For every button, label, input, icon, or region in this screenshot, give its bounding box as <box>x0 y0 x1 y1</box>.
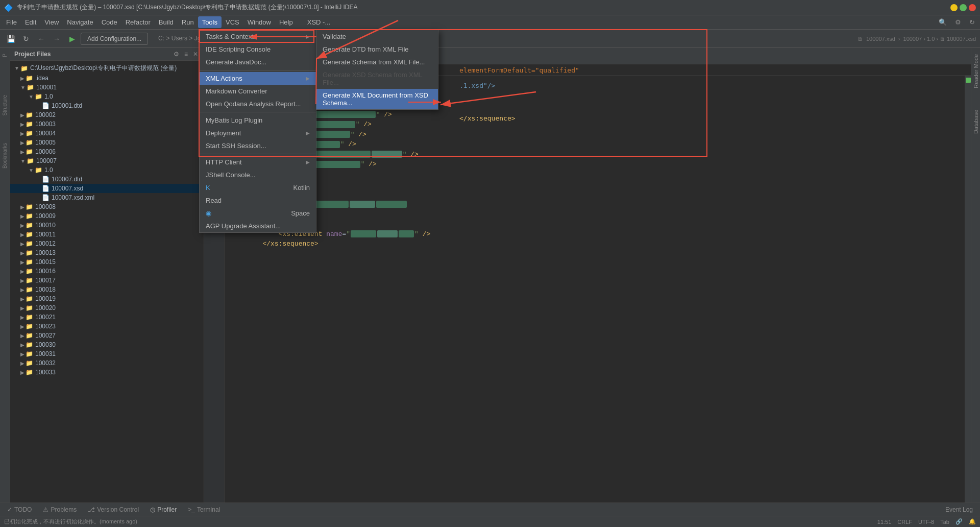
project-icon-close[interactable]: ✕ <box>191 50 200 58</box>
menu-refactor[interactable]: Refactor <box>121 16 155 28</box>
tools-menu-http[interactable]: HTTP Client ▶ <box>200 156 316 169</box>
tree-100001-1[interactable]: ▼ 📁 1.0 <box>10 92 204 101</box>
tools-menu-space[interactable]: ◉ Space <box>200 207 316 220</box>
maximize-button[interactable] <box>960 4 967 11</box>
notification-icon[interactable]: 🔔 <box>969 518 976 525</box>
xml-actions-submenu: Validate Generate DTD from XML File Gene… <box>316 30 438 110</box>
save-all-button[interactable]: 💾 <box>4 32 17 45</box>
project-header: Project Files ⚙ ≡ ✕ <box>10 48 204 61</box>
menu-file[interactable]: File <box>2 16 21 28</box>
tree-idea[interactable]: ▶ 📁 .idea <box>10 74 204 83</box>
tree-100023[interactable]: ▶📁100023 <box>10 322 204 331</box>
xml-gen-schema[interactable]: Generate Schema from XML File... <box>316 56 438 68</box>
tools-menu-markdown[interactable]: Markdown Converter <box>200 85 316 98</box>
tools-menu-javadoc[interactable]: Generate JavaDoc... <box>200 56 316 68</box>
tree-100009[interactable]: ▶📁100009 <box>10 211 204 221</box>
xml-gen-document[interactable]: Generate XML Document from XSD Schema... <box>316 89 438 109</box>
tree-100002[interactable]: ▶📁100002 <box>10 110 204 119</box>
tree-100007-dtd[interactable]: ▶ 📄 100007.dtd <box>10 175 204 184</box>
database-tab[interactable]: Database <box>972 108 980 136</box>
reader-mode-tab[interactable]: Reader Mode <box>972 52 980 90</box>
status-encoding[interactable]: UTF-8 <box>918 519 934 525</box>
menu-run[interactable]: Run <box>178 16 198 28</box>
tools-menu-kotlin[interactable]: K Kotlin <box>200 181 316 194</box>
menu-vcs[interactable]: VCS <box>222 16 243 28</box>
tools-menu-jshell[interactable]: JShell Console... <box>200 169 316 181</box>
tree-100012[interactable]: ▶📁100012 <box>10 239 204 248</box>
tree-100005[interactable]: ▶📁100005 <box>10 138 204 147</box>
error-indicator <box>966 78 971 83</box>
tree-100008[interactable]: ▶📁100008 <box>10 202 204 211</box>
tree-100007-1[interactable]: ▼ 📁 1.0 <box>10 165 204 175</box>
bottom-tab-event-log[interactable]: Event Log <box>940 505 978 515</box>
tools-menu-ide-console[interactable]: IDE Scripting Console <box>200 43 316 56</box>
tools-menu-read[interactable]: Read <box>200 194 316 207</box>
tree-100007-xsd-xml[interactable]: ▶ 📄 100007.xsd.xml <box>10 193 204 202</box>
bottom-tab-terminal[interactable]: >_ Terminal <box>183 505 225 515</box>
tree-100001[interactable]: ▼ 📁 100001 <box>10 83 204 92</box>
tools-menu-qodana[interactable]: Open Qodana Analysis Report... <box>200 98 316 110</box>
tree-100017[interactable]: ▶📁100017 <box>10 276 204 285</box>
tree-100020[interactable]: ▶📁100020 <box>10 303 204 313</box>
tree-100003[interactable]: ▶📁100003 <box>10 119 204 129</box>
menu-xsd[interactable]: XSD -... <box>303 16 335 28</box>
tree-100001-dtd[interactable]: ▶ 📄 100001.dtd <box>10 101 204 110</box>
menu-view[interactable]: View <box>40 16 63 28</box>
xml-validate[interactable]: Validate <box>316 30 438 43</box>
add-configuration-button[interactable]: Add Configuration... <box>81 33 148 45</box>
tree-100033[interactable]: ▶📁100033 <box>10 368 204 377</box>
tree-100031[interactable]: ▶📁100031 <box>10 349 204 358</box>
tools-menu-ssh[interactable]: Start SSH Session... <box>200 139 316 152</box>
tree-100006[interactable]: ▶📁100006 <box>10 147 204 156</box>
status-crlf[interactable]: CRLF <box>897 519 912 525</box>
menu-navigate[interactable]: Navigate <box>63 16 97 28</box>
menu-edit[interactable]: Edit <box>21 16 40 28</box>
bottom-tab-todo[interactable]: ✓ TODO <box>2 505 37 515</box>
settings-icon[interactable]: ⚙ <box>952 17 964 27</box>
tools-menu-xml-actions[interactable]: XML Actions ▶ <box>200 72 316 85</box>
tree-100011[interactable]: ▶📁100011 <box>10 230 204 239</box>
search-icon[interactable]: 🔍 <box>936 17 950 27</box>
structure-panel-icon[interactable]: Structure <box>2 93 8 117</box>
menu-tools[interactable]: Tools <box>198 16 222 28</box>
tree-100013[interactable]: ▶📁100013 <box>10 248 204 257</box>
tree-100027[interactable]: ▶📁100027 <box>10 331 204 340</box>
close-button[interactable] <box>969 4 976 11</box>
bottom-tab-version-control[interactable]: ⎇ Version Control <box>83 505 144 515</box>
bookmarks-panel-icon[interactable]: Bookmarks <box>2 141 8 170</box>
tree-100010[interactable]: ▶📁100010 <box>10 221 204 230</box>
project-icon-collapse[interactable]: ≡ <box>183 50 189 58</box>
menu-help[interactable]: Help <box>275 16 297 28</box>
project-icon-gear[interactable]: ⚙ <box>172 50 181 58</box>
tree-100030[interactable]: ▶📁100030 <box>10 340 204 349</box>
status-indent[interactable]: Tab <box>940 519 949 525</box>
run-button[interactable]: ▶ <box>65 32 79 45</box>
tools-menu-tasks[interactable]: Tasks & Contexts ▶ <box>200 30 316 43</box>
tree-100018[interactable]: ▶📁100018 <box>10 285 204 294</box>
back-button[interactable]: ← <box>35 32 48 45</box>
update-icon[interactable]: ↻ <box>966 17 978 27</box>
tree-100015[interactable]: ▶📁100015 <box>10 257 204 267</box>
xml-gen-dtd[interactable]: Generate DTD from XML File <box>316 43 438 56</box>
sync-button[interactable]: ↻ <box>19 32 33 45</box>
minimize-button[interactable] <box>950 4 958 11</box>
tree-100032[interactable]: ▶📁100032 <box>10 358 204 368</box>
tree-root[interactable]: ▼ 📁 C:\Users\Jgybz\Desktop\专利电子申请数据规范 (全… <box>10 63 204 74</box>
bottom-tab-profiler[interactable]: ◷ Profiler <box>145 505 182 515</box>
tree-100021[interactable]: ▶📁100021 <box>10 313 204 322</box>
menu-window[interactable]: Window <box>243 16 275 28</box>
project-panel-icon[interactable]: P <box>2 52 8 59</box>
tools-menu-agp[interactable]: AGP Upgrade Assistant... <box>200 220 316 232</box>
tree-100007-xsd[interactable]: ▶ 📄 100007.xsd <box>10 184 204 193</box>
tree-100019[interactable]: ▶📁100019 <box>10 294 204 303</box>
forward-button[interactable]: → <box>50 32 63 45</box>
tree-100016[interactable]: ▶📁100016 <box>10 267 204 276</box>
tree-100007[interactable]: ▼ 📁 100007 <box>10 156 204 165</box>
code-editor[interactable]: <xs:element ref=" " /> <xs:element ref="… <box>225 76 971 502</box>
menu-build[interactable]: Build <box>155 16 178 28</box>
tools-menu-deployment[interactable]: Deployment ▶ <box>200 127 316 139</box>
menu-code[interactable]: Code <box>97 16 121 28</box>
bottom-tab-problems[interactable]: ⚠ Problems <box>38 505 82 515</box>
tools-menu-mybatis[interactable]: MyBatis Log Plugin <box>200 114 316 127</box>
tree-100004[interactable]: ▶📁100004 <box>10 129 204 138</box>
